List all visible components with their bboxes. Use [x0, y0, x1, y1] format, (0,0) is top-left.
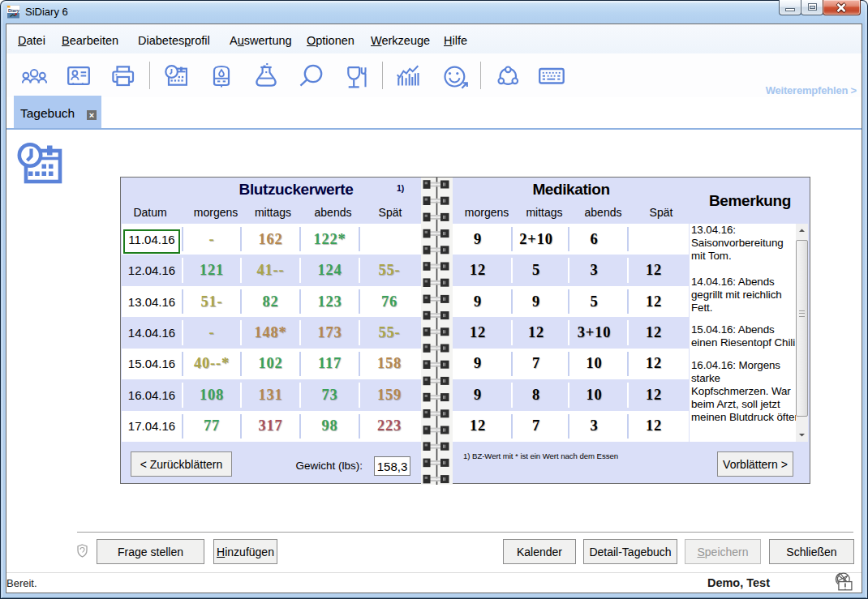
svg-text:Diary: Diary — [8, 8, 20, 13]
